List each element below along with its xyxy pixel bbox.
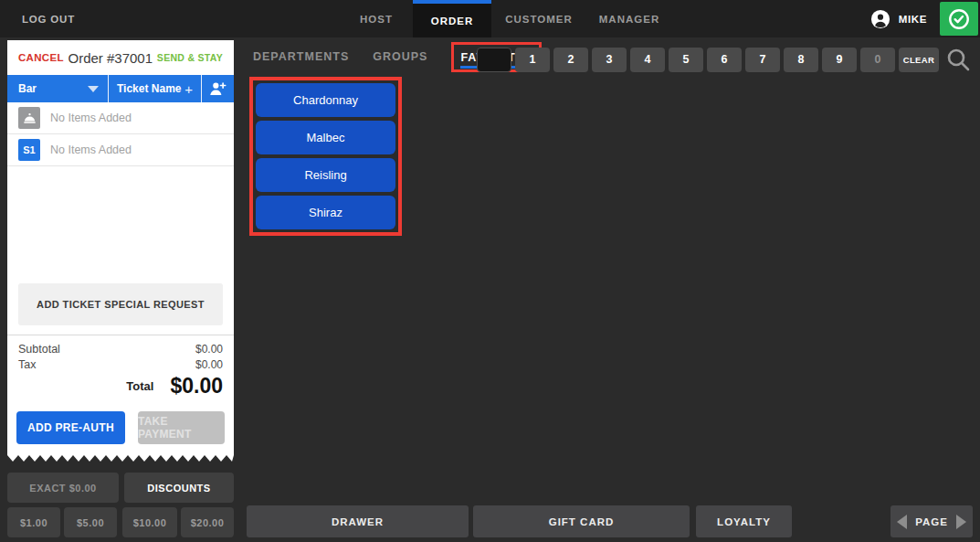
ticket-spacer — [7, 166, 234, 271]
gift-card-button[interactable]: GIFT CARD — [473, 505, 690, 537]
tab-host[interactable]: HOST — [340, 0, 413, 37]
key-9[interactable]: 9 — [822, 48, 857, 72]
seat-1-row[interactable]: S1 No Items Added — [7, 134, 234, 166]
add-preauth-button[interactable]: ADD PRE-AUTH — [16, 411, 125, 444]
favorite-item-chardonnay[interactable]: Chardonnay — [256, 83, 395, 117]
confirm-check-button[interactable] — [940, 2, 978, 36]
key-2[interactable]: 2 — [553, 48, 588, 72]
key-4[interactable]: 4 — [630, 48, 665, 72]
tax-row: Tax $0.00 — [18, 357, 223, 373]
ticket-name-label: Ticket Name — [117, 82, 181, 95]
key-1[interactable]: 1 — [515, 48, 550, 72]
tab-groups[interactable]: GROUPS — [373, 50, 427, 63]
page-previous-icon[interactable] — [897, 515, 907, 529]
top-nav-tabs: HOST ORDER CUSTOMER MANAGER — [340, 0, 672, 37]
key-3[interactable]: 3 — [592, 48, 627, 72]
subtotal-value: $0.00 — [195, 342, 223, 357]
user-name: MIKE — [899, 14, 927, 25]
add-guest-button[interactable] — [201, 75, 234, 102]
seat-1-badge: S1 — [18, 139, 40, 161]
tab-customer[interactable]: CUSTOMER — [491, 0, 586, 37]
tab-manager[interactable]: MANAGER — [586, 0, 672, 37]
add-person-icon — [209, 81, 227, 96]
receipt-zigzag-edge — [7, 455, 234, 462]
quantity-keypad: 1 2 3 4 5 6 7 8 9 0 CLEAR — [477, 47, 971, 72]
denomination-1-button[interactable]: $1.00 — [7, 507, 60, 537]
user-area[interactable]: MIKE — [870, 0, 927, 37]
subtotal-label: Subtotal — [18, 342, 60, 357]
denomination-20-button[interactable]: $20.00 — [181, 507, 234, 537]
favorite-item-shiraz[interactable]: Shiraz — [256, 196, 395, 229]
chevron-down-icon — [88, 86, 99, 92]
tax-label: Tax — [18, 357, 36, 373]
tax-value: $0.00 — [195, 357, 223, 373]
total-value: $0.00 — [170, 374, 223, 399]
seat-empty-message: No Items Added — [50, 143, 132, 156]
page-next-icon[interactable] — [956, 515, 966, 529]
search-icon[interactable] — [945, 47, 971, 72]
favorite-item-reisling[interactable]: Reisling — [256, 158, 395, 192]
send-and-stay-button[interactable]: SEND & STAY — [157, 52, 223, 63]
cancel-button[interactable]: CANCEL — [18, 52, 64, 63]
key-8[interactable]: 8 — [784, 48, 818, 72]
clear-button[interactable]: CLEAR — [899, 48, 939, 72]
tab-departments[interactable]: DEPARTMENTS — [253, 50, 349, 63]
discounts-button[interactable]: DISCOUNTS — [124, 473, 234, 503]
top-bar: LOG OUT HOST ORDER CUSTOMER MANAGER MIKE — [0, 0, 980, 37]
shared-items-row[interactable]: No Items Added — [7, 102, 234, 134]
ticket-header: CANCEL Order #37001 SEND & STAY — [7, 40, 234, 75]
key-5[interactable]: 5 — [669, 48, 703, 72]
key-0[interactable]: 0 — [860, 48, 895, 72]
ticket-panel: CANCEL Order #37001 SEND & STAY Bar Tick… — [7, 40, 234, 455]
key-6[interactable]: 6 — [707, 48, 742, 72]
loyalty-button[interactable]: LOYALTY — [696, 505, 792, 537]
seat-empty-message: No Items Added — [50, 112, 132, 124]
check-circle-icon — [947, 7, 971, 31]
add-special-request-button[interactable]: ADD TICKET SPECIAL REQUEST — [18, 283, 223, 325]
denomination-10-button[interactable]: $10.00 — [122, 507, 177, 537]
subtotal-row: Subtotal $0.00 — [18, 342, 223, 357]
total-row: Total $0.00 — [18, 374, 223, 399]
order-type-selector[interactable]: Bar — [7, 75, 108, 102]
page-navigator: PAGE — [890, 505, 973, 537]
order-type-label: Bar — [18, 82, 37, 95]
plus-icon: + — [184, 81, 193, 97]
payment-buttons-row: ADD PRE-AUTH TAKE PAYMENT — [7, 402, 234, 455]
order-title: Order #37001 — [68, 50, 153, 66]
drawer-button[interactable]: DRAWER — [247, 505, 469, 537]
denomination-5-button[interactable]: $5.00 — [64, 507, 117, 537]
logout-button[interactable]: LOG OUT — [22, 0, 75, 37]
exact-amount-button[interactable]: EXACT $0.00 — [7, 473, 119, 503]
favorite-item-malbec[interactable]: Malbec — [256, 121, 395, 154]
add-ticket-name[interactable]: Ticket Name + — [108, 75, 201, 102]
take-payment-button[interactable]: TAKE PAYMENT — [138, 411, 225, 444]
favorites-annotation-box: Chardonnay Malbec Reisling Shiraz — [249, 77, 402, 236]
user-avatar-icon — [870, 9, 890, 29]
quantity-input[interactable] — [477, 48, 511, 72]
page-label: PAGE — [915, 516, 948, 527]
total-label: Total — [126, 379, 153, 393]
totals-section: Subtotal $0.00 Tax $0.00 Total $0.00 — [7, 335, 234, 402]
tab-order[interactable]: ORDER — [413, 0, 491, 37]
shared-items-icon — [18, 107, 40, 129]
key-7[interactable]: 7 — [745, 48, 780, 72]
ticket-tab-header: Bar Ticket Name + — [7, 75, 234, 102]
